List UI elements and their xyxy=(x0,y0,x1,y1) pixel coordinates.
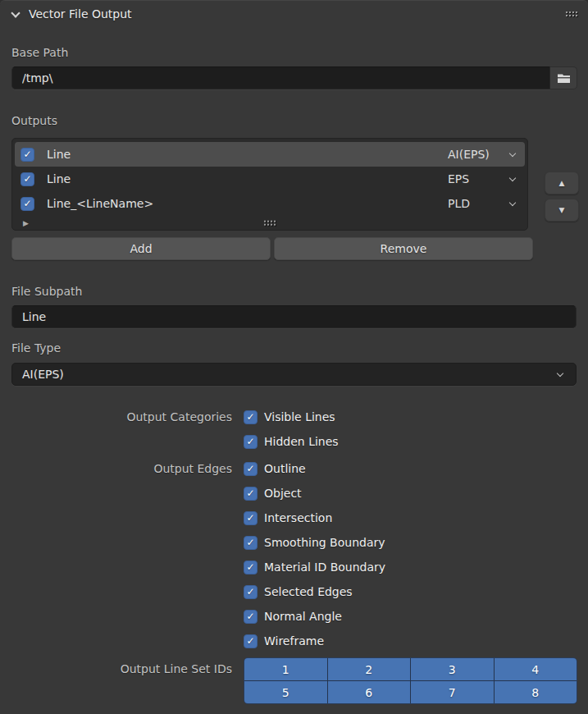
row-name[interactable]: Line xyxy=(47,172,448,185)
smoothing-boundary-checkbox[interactable]: ✓ xyxy=(244,536,258,550)
line-set-id-toggle[interactable]: 8 xyxy=(495,681,577,703)
vector-file-output-panel: Vector File Output Base Path Outputs ✓ L… xyxy=(0,0,588,714)
checkbox-label[interactable]: Outline xyxy=(264,462,306,475)
line-set-ids-grid: 1 2 3 4 5 6 7 8 xyxy=(244,657,577,704)
check-icon: ✓ xyxy=(246,586,254,597)
check-icon: ✓ xyxy=(246,561,254,573)
line-set-id-toggle[interactable]: 5 xyxy=(244,681,327,703)
outputs-list-row[interactable]: ✓ Line_<LineName> PLD xyxy=(15,191,525,216)
prop-row: ✓ Hidden Lines xyxy=(0,429,588,454)
check-icon: ✓ xyxy=(23,149,31,160)
folder-icon xyxy=(557,72,571,84)
checkbox-label[interactable]: Selected Edges xyxy=(264,585,353,598)
remove-button[interactable]: Remove xyxy=(274,237,533,260)
checkbox-label[interactable]: Visible Lines xyxy=(264,410,335,423)
row-name[interactable]: Line xyxy=(47,148,448,161)
checkbox-label[interactable]: Hidden Lines xyxy=(264,435,339,448)
file-type-value: AI(EPS) xyxy=(22,368,64,381)
line-set-ids-label: Output Line Set IDs xyxy=(0,657,232,680)
intersection-checkbox[interactable]: ✓ xyxy=(244,511,258,525)
list-resize-grip-icon[interactable] xyxy=(264,221,276,226)
file-subpath-label: File Subpath xyxy=(11,285,82,298)
wireframe-checkbox[interactable]: ✓ xyxy=(244,634,258,648)
outputs-list: ✓ Line AI(EPS) ✓ Line EPS ✓ Line_<LineNa… xyxy=(11,138,528,231)
hidden-lines-checkbox[interactable]: ✓ xyxy=(244,435,258,449)
base-path-label: Base Path xyxy=(11,46,68,59)
checkbox-label[interactable]: Material ID Boundary xyxy=(264,561,385,574)
base-path-input[interactable] xyxy=(11,66,550,89)
material-id-boundary-checkbox[interactable]: ✓ xyxy=(244,561,258,574)
check-icon: ✓ xyxy=(246,537,254,548)
check-icon: ✓ xyxy=(23,198,31,209)
output-edges-label: Output Edges xyxy=(0,462,232,475)
browse-folder-button[interactable] xyxy=(550,66,577,89)
check-icon: ✓ xyxy=(246,463,254,474)
properties-section: Output Categories ✓ Visible Lines ✓ Hidd… xyxy=(0,405,588,653)
move-down-button[interactable]: ▼ xyxy=(545,199,579,222)
prop-row: ✓ Selected Edges xyxy=(0,579,588,604)
move-up-button[interactable]: ▲ xyxy=(545,172,579,195)
check-icon: ✓ xyxy=(246,436,254,447)
check-icon: ✓ xyxy=(246,512,254,524)
chevron-down-icon[interactable] xyxy=(509,150,516,157)
line-set-id-toggle[interactable]: 6 xyxy=(328,681,411,703)
checkbox-label[interactable]: Wireframe xyxy=(264,634,324,648)
row-checkbox[interactable]: ✓ xyxy=(21,172,34,186)
row-format-select[interactable]: EPS xyxy=(448,172,507,185)
base-path-row xyxy=(11,66,577,89)
chevron-down-icon xyxy=(557,370,563,377)
checkbox-label[interactable]: Object xyxy=(264,487,302,500)
add-button[interactable]: Add xyxy=(11,237,271,260)
check-icon: ✓ xyxy=(246,635,254,647)
chevron-down-icon[interactable] xyxy=(509,199,516,206)
prop-row: ✓ Object xyxy=(0,481,588,506)
normal-angle-checkbox[interactable]: ✓ xyxy=(244,610,258,624)
triangle-down-icon: ▼ xyxy=(559,206,565,214)
drag-handle-icon[interactable] xyxy=(566,11,577,16)
chevron-down-icon[interactable] xyxy=(509,175,516,181)
file-type-select[interactable]: AI(EPS) xyxy=(11,363,577,386)
checkbox-label[interactable]: Intersection xyxy=(264,511,332,524)
outline-checkbox[interactable]: ✓ xyxy=(244,462,258,476)
outputs-list-footer: ▶ xyxy=(15,216,525,231)
outputs-list-row[interactable]: ✓ Line AI(EPS) xyxy=(15,142,525,167)
check-icon: ✓ xyxy=(246,411,254,423)
check-icon: ✓ xyxy=(246,611,254,622)
prop-row: ✓ Wireframe xyxy=(0,629,588,653)
selected-edges-checkbox[interactable]: ✓ xyxy=(244,585,258,599)
row-format-select[interactable]: PLD xyxy=(448,197,507,210)
line-set-id-toggle[interactable]: 1 xyxy=(244,658,327,680)
row-checkbox[interactable]: ✓ xyxy=(21,148,34,162)
prop-row: ✓ Material ID Boundary xyxy=(0,555,588,579)
prop-row: ✓ Smoothing Boundary xyxy=(0,530,588,555)
object-checkbox[interactable]: ✓ xyxy=(244,487,258,501)
check-icon: ✓ xyxy=(23,173,31,185)
expand-filter-icon[interactable]: ▶ xyxy=(23,219,29,227)
row-format-select[interactable]: AI(EPS) xyxy=(448,148,507,161)
checkbox-label[interactable]: Normal Angle xyxy=(264,610,342,623)
outputs-label: Outputs xyxy=(11,114,57,127)
panel-title[interactable]: Vector File Output xyxy=(29,7,132,21)
outputs-list-row[interactable]: ✓ Line EPS xyxy=(15,167,525,191)
check-icon: ✓ xyxy=(246,487,254,499)
visible-lines-checkbox[interactable]: ✓ xyxy=(244,410,258,424)
line-set-id-toggle[interactable]: 4 xyxy=(495,658,577,680)
line-set-id-toggle[interactable]: 2 xyxy=(328,658,411,680)
prop-row: Output Edges ✓ Outline xyxy=(0,456,588,481)
row-name[interactable]: Line_<LineName> xyxy=(47,197,448,210)
row-checkbox[interactable]: ✓ xyxy=(21,197,34,211)
prop-row: ✓ Intersection xyxy=(0,506,588,530)
triangle-up-icon: ▲ xyxy=(559,179,565,187)
prop-row: Output Categories ✓ Visible Lines xyxy=(0,405,588,429)
panel-header: Vector File Output xyxy=(0,1,588,27)
file-type-label: File Type xyxy=(11,341,61,355)
chevron-down-icon[interactable] xyxy=(11,8,20,17)
output-categories-label: Output Categories xyxy=(0,410,232,423)
checkbox-label[interactable]: Smoothing Boundary xyxy=(264,536,385,549)
line-set-id-toggle[interactable]: 7 xyxy=(411,681,494,703)
file-subpath-input[interactable] xyxy=(11,305,577,328)
line-set-id-toggle[interactable]: 3 xyxy=(411,658,494,680)
prop-row: ✓ Normal Angle xyxy=(0,604,588,629)
